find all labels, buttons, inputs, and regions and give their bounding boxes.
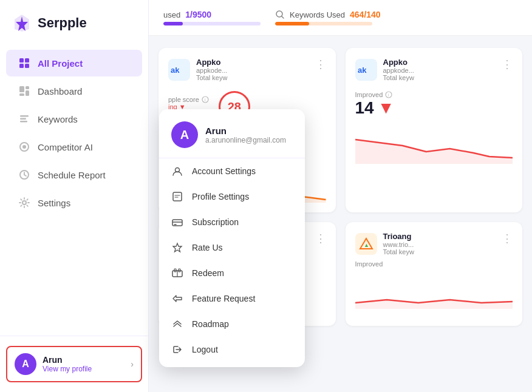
dropdown-item-account-settings[interactable]: Account Settings xyxy=(159,158,305,184)
roadmap-icon xyxy=(171,318,183,330)
feature-icon xyxy=(171,292,183,305)
dropdown-item-profile-settings[interactable]: Profile Settings xyxy=(159,184,305,209)
dropdown-item-rate-us[interactable]: Rate Us xyxy=(159,235,305,260)
profile-icon xyxy=(171,191,183,203)
dropdown-item-feature-request[interactable]: Feature Request xyxy=(159,286,305,311)
subscription-label: Subscription xyxy=(192,217,239,227)
redeem-label: Redeem xyxy=(192,268,224,278)
dropdown-user-header: A Arun a.arunonline@gmail.com xyxy=(159,109,305,158)
rate-us-label: Rate Us xyxy=(192,243,223,252)
feature-request-label: Feature Request xyxy=(192,294,255,303)
user-dropdown-menu: A Arun a.arunonline@gmail.com Account Se… xyxy=(159,109,305,367)
logout-icon xyxy=(171,343,183,356)
dropdown-item-subscription[interactable]: Subscription xyxy=(159,209,305,235)
dropdown-item-logout[interactable]: Logout xyxy=(159,337,305,362)
svg-rect-42 xyxy=(173,192,182,201)
dropdown-user-name: Arun xyxy=(205,126,286,136)
svg-rect-45 xyxy=(172,220,182,226)
logout-label: Logout xyxy=(192,345,218,354)
svg-marker-53 xyxy=(173,296,182,302)
profile-settings-label: Profile Settings xyxy=(192,192,249,201)
redeem-icon xyxy=(171,267,183,279)
dropdown-avatar: A xyxy=(171,121,198,148)
dropdown-overlay[interactable]: A Arun a.arunonline@gmail.com Account Se… xyxy=(0,0,532,392)
star-icon xyxy=(171,242,183,254)
subscription-icon xyxy=(171,216,183,228)
dropdown-item-roadmap[interactable]: Roadmap xyxy=(159,311,305,337)
dropdown-user-email: a.arunonline@gmail.com xyxy=(205,136,286,144)
account-settings-label: Account Settings xyxy=(192,166,256,176)
svg-marker-48 xyxy=(173,243,182,252)
account-icon xyxy=(171,165,183,177)
roadmap-label: Roadmap xyxy=(192,319,229,329)
dropdown-item-redeem[interactable]: Redeem xyxy=(159,260,305,286)
